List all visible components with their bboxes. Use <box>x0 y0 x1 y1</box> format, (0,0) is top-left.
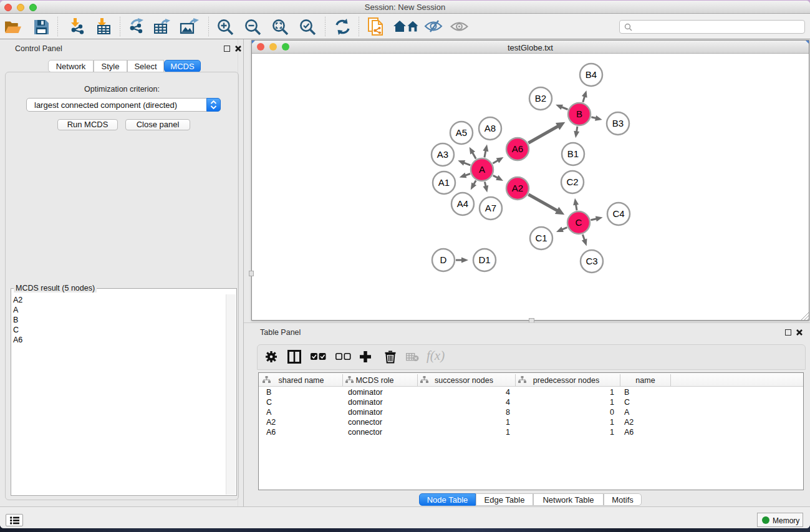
svg-text:C4: C4 <box>612 208 624 219</box>
svg-text:A2: A2 <box>512 183 523 193</box>
svg-text:B2: B2 <box>535 93 546 104</box>
svg-text:B1: B1 <box>567 148 579 159</box>
svg-text:C2: C2 <box>566 177 578 187</box>
svg-text:A: A <box>479 164 485 175</box>
svg-text:B: B <box>576 109 582 119</box>
svg-text:A3: A3 <box>437 149 448 160</box>
svg-text:B4: B4 <box>586 69 597 80</box>
svg-text:D: D <box>440 254 447 265</box>
svg-text:A4: A4 <box>457 198 468 209</box>
svg-text:C1: C1 <box>535 233 547 243</box>
svg-text:B3: B3 <box>612 118 624 128</box>
svg-text:D1: D1 <box>478 254 490 265</box>
svg-text:A8: A8 <box>485 123 496 133</box>
svg-text:A7: A7 <box>485 203 496 213</box>
svg-text:A6: A6 <box>512 143 523 154</box>
svg-text:C3: C3 <box>586 256 597 266</box>
svg-text:A1: A1 <box>438 177 450 188</box>
svg-text:C: C <box>576 217 582 228</box>
svg-text:A5: A5 <box>456 127 467 138</box>
